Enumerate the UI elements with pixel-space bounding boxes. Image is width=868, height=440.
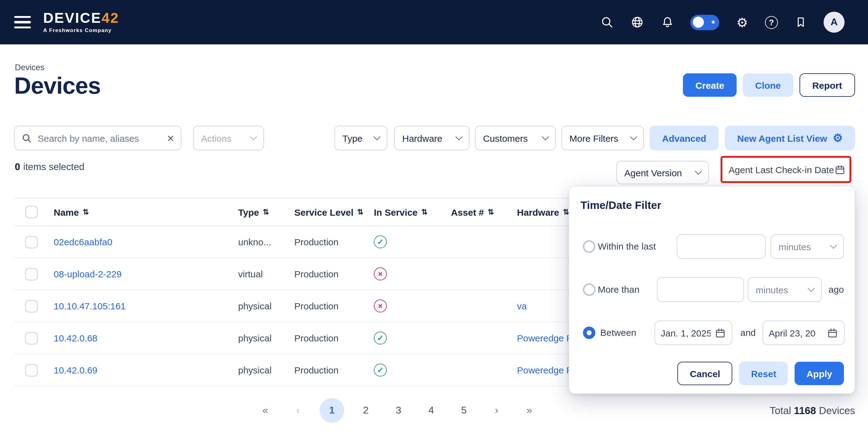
row-checkbox[interactable]: [25, 300, 38, 312]
navbar-actions: * ⚙ ? A: [600, 12, 844, 33]
total-devices: Total 1168 Devices: [770, 405, 855, 416]
select-all-checkbox[interactable]: [25, 206, 38, 218]
actions-dropdown[interactable]: Actions: [193, 126, 264, 150]
between-label: Between: [600, 320, 637, 345]
globe-icon[interactable]: [630, 15, 645, 30]
column-header-name[interactable]: Name⇅: [49, 207, 238, 217]
pagination-first[interactable]: «: [254, 399, 276, 421]
avatar[interactable]: A: [824, 12, 844, 33]
start-date-field[interactable]: Jan. 1, 2025: [655, 320, 732, 345]
new-agent-list-view-button[interactable]: New Agent List View ⚙: [725, 126, 855, 150]
clone-button[interactable]: Clone: [743, 73, 793, 97]
report-button[interactable]: Report: [799, 73, 855, 97]
end-date-field[interactable]: April 23, 20: [763, 320, 844, 345]
column-header-service-level[interactable]: Service Level⇅: [294, 207, 374, 217]
device-name-link[interactable]: 10.10.47.105:161: [54, 301, 126, 311]
in-service-check-icon: ✓: [374, 235, 387, 248]
between-radio[interactable]: [583, 327, 595, 339]
hardware-filter-dropdown[interactable]: Hardware: [394, 126, 469, 150]
pagination-last[interactable]: »: [518, 399, 540, 421]
device-name-link[interactable]: 10.42.0.68: [54, 333, 97, 343]
device-type: virtual: [238, 269, 263, 279]
logo[interactable]: DEVICE42 A Freshworks Company: [43, 11, 119, 33]
bell-icon[interactable]: [660, 15, 675, 30]
pagination-page-4[interactable]: 4: [420, 399, 442, 421]
pagination: «‹12345›»: [254, 398, 540, 423]
sort-icon[interactable]: ⇅: [263, 208, 269, 216]
column-header-in-service[interactable]: In Service⇅: [374, 207, 451, 217]
settings-gear-icon[interactable]: ⚙: [735, 15, 749, 30]
in-service-check-icon: ✓: [374, 332, 387, 344]
agent-version-dropdown[interactable]: Agent Version: [616, 161, 709, 184]
within-last-radio[interactable]: [583, 240, 595, 253]
advanced-button[interactable]: Advanced: [650, 126, 719, 150]
apply-button[interactable]: Apply: [795, 362, 844, 385]
agent-last-checkin-button[interactable]: Agent Last Check-in Date: [722, 158, 849, 181]
within-last-value-input[interactable]: [677, 234, 766, 259]
row-checkbox[interactable]: [25, 236, 38, 248]
pagination-page-2[interactable]: 2: [355, 399, 377, 421]
end-date-value: April 23, 20: [769, 328, 823, 338]
logo-text: DEVICE42: [43, 11, 119, 25]
cancel-button[interactable]: Cancel: [678, 362, 733, 385]
hardware-link[interactable]: Poweredge R: [517, 365, 573, 375]
chevron-down-icon: [808, 285, 815, 292]
help-icon[interactable]: ?: [765, 16, 778, 29]
in-service-check-icon: ✓: [374, 364, 387, 376]
row-checkbox[interactable]: [25, 364, 38, 376]
more-than-row: More than minutes ago: [569, 277, 855, 302]
pagination-page-1[interactable]: 1: [319, 398, 344, 423]
pagination-page-3[interactable]: 3: [388, 399, 410, 421]
service-level: Production: [294, 301, 338, 311]
bookmark-icon[interactable]: [793, 15, 808, 30]
service-level: Production: [294, 333, 338, 343]
sort-icon[interactable]: ⇅: [357, 208, 363, 216]
agent-version-label: Agent Version: [624, 167, 682, 178]
selection-count: 0items selected: [15, 162, 84, 173]
pagination-next[interactable]: ›: [486, 399, 508, 421]
chevron-down-icon: [250, 133, 257, 140]
more-filters-dropdown[interactable]: More Filters: [561, 126, 644, 150]
chevron-down-icon: [374, 133, 381, 140]
more-than-value-input[interactable]: [657, 277, 744, 302]
sort-icon[interactable]: ⇅: [488, 208, 494, 216]
within-last-unit-select[interactable]: minutes: [771, 234, 844, 259]
menu-icon[interactable]: [14, 16, 31, 28]
sort-icon[interactable]: ⇅: [83, 208, 89, 216]
pagination-prev[interactable]: ‹: [287, 399, 309, 421]
within-last-row: Within the last minutes: [569, 234, 855, 259]
column-header-type[interactable]: Type⇅: [238, 207, 294, 217]
search-icon[interactable]: [600, 15, 615, 30]
more-than-unit-select[interactable]: minutes: [748, 277, 822, 302]
sort-icon[interactable]: ⇅: [563, 208, 569, 216]
and-label: and: [740, 320, 756, 345]
snowflake-icon: *: [711, 18, 715, 27]
row-checkbox[interactable]: [25, 332, 38, 344]
device-name-link[interactable]: 10.42.0.69: [54, 365, 97, 375]
reset-button[interactable]: Reset: [739, 362, 788, 385]
actions-label: Actions: [201, 133, 231, 143]
hardware-link[interactable]: va: [517, 301, 527, 311]
row-checkbox[interactable]: [25, 268, 38, 280]
customers-filter-dropdown[interactable]: Customers: [475, 126, 556, 150]
hardware-link[interactable]: Poweredge R: [517, 333, 573, 343]
breadcrumb[interactable]: Devices: [15, 63, 44, 72]
sort-icon[interactable]: ⇅: [421, 208, 428, 216]
device-name-link[interactable]: 08-upload-2-229: [54, 269, 122, 279]
clear-search-icon[interactable]: ×: [167, 132, 174, 144]
device-type: unkno...: [238, 237, 271, 247]
type-filter-dropdown[interactable]: Type: [334, 126, 388, 150]
within-last-unit-label: minutes: [779, 241, 811, 252]
column-header-asset[interactable]: Asset #⇅: [451, 207, 517, 217]
device-name-link[interactable]: 02edc6aabfa0: [54, 237, 112, 247]
ago-label: ago: [829, 277, 844, 302]
page-title: Devices: [14, 73, 100, 99]
theme-toggle[interactable]: *: [690, 14, 719, 30]
search-input[interactable]: [38, 133, 162, 143]
within-last-label: Within the last: [598, 234, 656, 259]
more-than-radio[interactable]: [583, 283, 595, 296]
create-button[interactable]: Create: [683, 73, 737, 97]
header-actions: Create Clone Report: [683, 73, 855, 97]
service-level: Production: [294, 365, 338, 375]
pagination-page-5[interactable]: 5: [453, 399, 475, 421]
